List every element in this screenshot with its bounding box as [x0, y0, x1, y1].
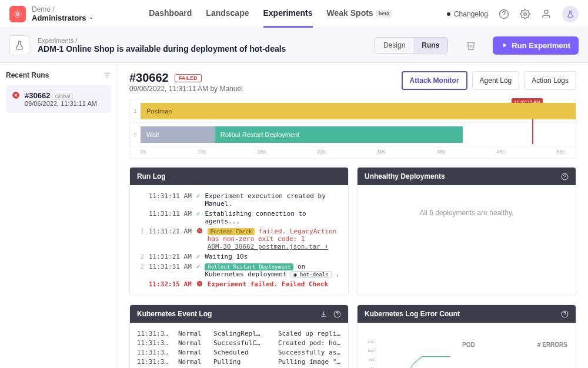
timeline-bar-rollout[interactable]: Rollout Restart Deployment	[215, 126, 463, 143]
run-meta: 09/06/2022, 11:31:11 AM by Manuel	[129, 85, 243, 93]
panel-title: Kubernetes Log Error Count	[365, 310, 460, 318]
time-axis: 0s 10s 15s 23s 30s 38s 45s 53s	[130, 146, 576, 158]
beta-badge: beta	[376, 10, 393, 17]
runlog-line: 211:31:21 AM✓Waiting 10s	[137, 252, 341, 262]
chevron-down-icon	[88, 15, 94, 21]
org-selector[interactable]: Demo / Administrators	[32, 5, 94, 22]
run-id: #30662	[25, 91, 50, 100]
org-name: Administrators	[32, 14, 86, 22]
check-icon: ✓	[196, 263, 201, 270]
flask-avatar[interactable]	[562, 6, 579, 22]
app-logo[interactable]	[9, 6, 26, 22]
user-icon[interactable]	[541, 9, 552, 19]
check-icon: ✓	[196, 210, 201, 218]
unhealthy-panel: Unhealthy Deployments All 6 deployments …	[357, 167, 576, 296]
timeline-bar-postman[interactable]: Postman	[141, 103, 576, 119]
nav-weakspots[interactable]: Weak Spotsbeta	[327, 0, 393, 28]
runlog-line: 11:31:11 AM✓Experiment execution created…	[137, 191, 341, 209]
runlog-line: 11:32:15 AMExperiment failed. Failed Che…	[137, 279, 341, 290]
experiment-title: ADM-1 Online Shop is available during de…	[38, 44, 286, 53]
main: Recent Runs #30662Global 09/06/2022, 11:…	[0, 63, 588, 368]
svg-text:1200: 1200	[368, 340, 375, 344]
run-experiment-button[interactable]: Run Experiment	[493, 36, 579, 55]
tab-agent-log[interactable]: Agent Log	[472, 71, 520, 90]
recent-runs-sidebar: Recent Runs #30662Global 09/06/2022, 11:…	[0, 63, 118, 368]
svg-text:1000: 1000	[368, 349, 375, 353]
sidebar-title: Recent Runs	[6, 71, 49, 79]
experiment-header: Experiments / ADM-1 Online Shop is avail…	[0, 28, 588, 63]
k8s-event-panel: Kubernetes Event Log 11:31:3…NormalScali…	[129, 305, 349, 368]
svg-point-3	[544, 10, 548, 14]
help-icon[interactable]	[561, 310, 569, 318]
nav-experiments[interactable]: Experiments	[263, 0, 313, 28]
action-chip: Rollout Restart Deployment	[205, 263, 293, 270]
tab-attack-monitor[interactable]: Attack Monitor	[402, 71, 467, 90]
gear-icon[interactable]	[520, 9, 530, 19]
run-timestamp: 09/06/2022, 11:31:11 AM	[25, 100, 97, 107]
k8s-line: 11:31:3…NormalPullingPulling image "stea…	[137, 357, 341, 366]
fail-icon	[196, 280, 203, 289]
top-nav-right: Changelog	[447, 6, 579, 22]
run-id-heading: #30662	[129, 71, 169, 85]
toggle-design[interactable]: Design	[375, 38, 413, 53]
check-icon: ✓	[196, 192, 201, 200]
tab-action-logs[interactable]: Action Logs	[524, 71, 576, 90]
fail-icon	[196, 228, 203, 236]
trash-icon[interactable]	[466, 40, 476, 51]
error-count-panel: Kubernetes Log Error Count 1200 1000 800…	[357, 305, 576, 368]
timeline-bar-wait[interactable]: Wait	[141, 126, 215, 143]
status-badge: FAILED	[175, 74, 202, 82]
recent-run-item[interactable]: #30662Global 09/06/2022, 11:31:11 AM	[6, 85, 111, 113]
svg-text:800: 800	[369, 358, 375, 362]
download-icon[interactable]	[320, 310, 328, 318]
changelog-link[interactable]: Changelog	[447, 10, 488, 18]
runlog-line: 111:31:21 AMPostman Check failed. Legacy…	[137, 226, 341, 252]
healthy-message: All 6 deployments are healthy.	[358, 185, 576, 240]
run-log-panel: Run Log 11:31:11 AM✓Experiment execution…	[129, 167, 349, 296]
k8s-line: 11:31:3…NormalScalingRepl…Scaled up repl…	[137, 329, 341, 338]
runlog-line: 11:31:11 AM✓Establishing connection to a…	[137, 209, 341, 226]
panel-title: Unhealthy Deployments	[365, 172, 445, 180]
help-icon[interactable]	[499, 9, 509, 19]
top-nav: Demo / Administrators Dashboard Landscap…	[0, 0, 588, 28]
svg-point-2	[524, 12, 527, 15]
k8s-line: 11:31:3…NormalSuccessfulC…Created pod: h…	[137, 338, 341, 347]
nav-landscape[interactable]: Landscape	[206, 0, 249, 28]
filter-icon[interactable]	[103, 71, 111, 79]
action-chip: Postman Check	[208, 228, 255, 235]
timeline: 11:32:15 AM 1 Postman 2 Wait Rollout Res…	[129, 99, 576, 159]
content: #30662 FAILED 09/06/2022, 11:31:11 AM by…	[118, 63, 588, 368]
view-tabs: Attack Monitor Agent Log Action Logs	[402, 71, 576, 90]
download-link[interactable]: ADM-30_30662_postman.json.tar ⬇	[208, 243, 328, 250]
error-chart: 1200 1000 800 600 400 200 0	[365, 329, 453, 368]
check-icon: ✓	[196, 253, 201, 260]
breadcrumb[interactable]: Experiments /	[38, 37, 286, 44]
org-parent: Demo /	[32, 5, 94, 14]
design-runs-toggle: Design Runs	[375, 37, 448, 53]
nav-dashboard[interactable]: Dashboard	[149, 0, 192, 28]
k8s-line: 11:31:3…NormalScheduledSuccessfully assi…	[137, 347, 341, 357]
main-nav: Dashboard Landscape Experiments Weak Spo…	[149, 0, 392, 28]
error-legend: POD# ERRORS gateway-74985494f-gzbzf 915/…	[461, 329, 569, 368]
scope-chip: Global	[52, 93, 73, 100]
help-icon[interactable]	[333, 310, 341, 318]
play-icon	[501, 42, 508, 49]
changelog-dot-icon	[447, 12, 450, 16]
fail-status-icon	[12, 91, 20, 107]
runlog-line: 211:31:31 AM✓Rollout Restart Deployment …	[137, 262, 341, 279]
panel-title: Kubernetes Event Log	[137, 310, 212, 318]
panel-title: Run Log	[137, 172, 166, 180]
experiment-icon	[9, 35, 29, 55]
help-icon[interactable]	[561, 173, 569, 180]
toggle-runs[interactable]: Runs	[413, 38, 447, 53]
svg-point-0	[16, 13, 19, 15]
